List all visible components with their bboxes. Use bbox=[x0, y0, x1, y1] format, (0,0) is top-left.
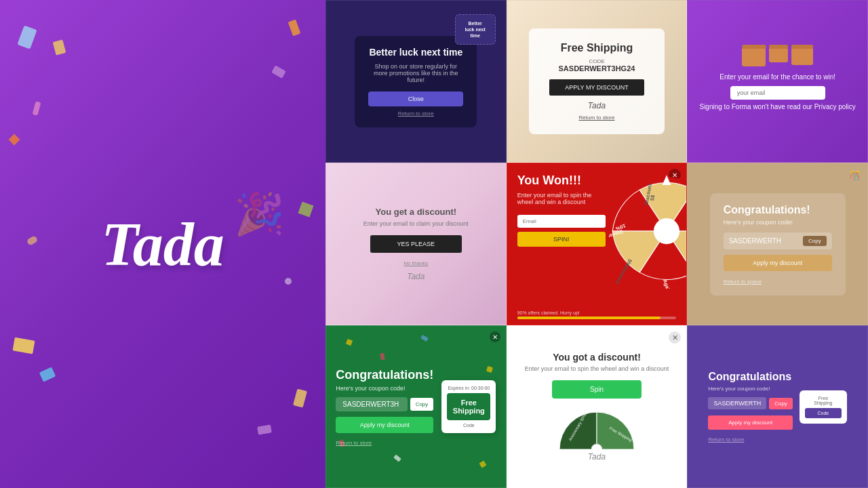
popup-inner: You get a discount! Enter your email to … bbox=[340, 207, 492, 281]
popup-card-discount-pink: You get a discount! Enter your email to … bbox=[326, 163, 507, 325]
return-link[interactable]: Return to store bbox=[708, 436, 792, 443]
return-link[interactable]: Return to store bbox=[336, 440, 433, 446]
package-icon bbox=[742, 47, 766, 66]
card6-title: Congratulations! bbox=[724, 204, 832, 216]
coupon-code: SASDERWERT3H bbox=[336, 397, 407, 411]
brand-signature: Tada bbox=[549, 101, 644, 110]
copy-button[interactable]: Copy bbox=[803, 236, 827, 246]
progress-bar bbox=[517, 317, 677, 319]
popup-card-better-luck-dark: Better luck next time Shop on our store … bbox=[326, 0, 507, 163]
close-button[interactable]: Close bbox=[368, 92, 463, 106]
coupon-type: FreeShipping bbox=[447, 393, 490, 420]
popup-inner: Congratulations! Here's your coupon code… bbox=[336, 368, 496, 446]
coupon-code-row: SASDERWERTH Copy bbox=[724, 232, 832, 249]
close-icon[interactable]: ✕ bbox=[490, 331, 500, 342]
coupon-code-row: SASDERWERTH Copy bbox=[708, 397, 792, 409]
card7-title: Congratulations! bbox=[336, 368, 433, 382]
card3-headline: Enter your email for the chance to win! bbox=[719, 73, 835, 81]
popup-card-congrats-purple: Congratulations Here's your coupon code!… bbox=[687, 325, 868, 488]
card1-body: Shop on our store regularly for more pro… bbox=[368, 63, 463, 83]
package-icon bbox=[791, 47, 813, 65]
expiry-label: Expires in: 00:30:00 bbox=[447, 386, 490, 390]
card9-subtitle: Here's your coupon code! bbox=[708, 386, 792, 392]
card5-title: You Won!!! bbox=[517, 174, 606, 188]
ticket-line1: Better bbox=[462, 20, 488, 26]
card7-text: Congratulations! Here's your coupon code… bbox=[336, 368, 433, 446]
coupon-code: SASDERWERTH bbox=[708, 397, 766, 409]
spin-wheel: Free Shipping 5$ Discount 10% Discount 5… bbox=[609, 174, 688, 289]
brand-signature: Tada bbox=[340, 272, 492, 281]
close-icon[interactable]: ✕ bbox=[669, 331, 681, 344]
card4-title: You get a discount! bbox=[340, 207, 492, 217]
popup-card-email-chance: Enter your email for the chance to win! … bbox=[687, 0, 868, 163]
progress-text: 90% offers claimed. Hurry up! bbox=[517, 310, 677, 315]
brand-logo: Tada bbox=[101, 209, 224, 279]
card8-title: You got a discount! bbox=[522, 352, 671, 363]
coupon-widget: FreeShipping Code bbox=[800, 390, 847, 424]
email-input[interactable] bbox=[517, 215, 606, 228]
apply-discount-button[interactable]: Apply my discount bbox=[708, 415, 792, 430]
brand-signature: Tada bbox=[522, 452, 671, 462]
code-label: CODE bbox=[549, 58, 644, 64]
popup-card-discount-white: ✕ You got a discount! Enter your email t… bbox=[507, 325, 688, 488]
popup-inner: Free Shipping CODE SASDERWERT3HG24 APPLY… bbox=[529, 28, 665, 134]
package-icon bbox=[769, 47, 788, 62]
popup-inner: Better luck next time Shop on our store … bbox=[355, 36, 477, 127]
code-label: Code bbox=[447, 423, 490, 428]
popup-card-congrats-green: ✕ Congratulations! Here's your coupon co… bbox=[326, 325, 507, 488]
return-link[interactable]: Return to store bbox=[549, 115, 644, 121]
ticket-line3: time bbox=[462, 33, 488, 39]
spin-button[interactable]: Spin bbox=[552, 380, 642, 399]
card4-subtitle: Enter your email to claim your discount bbox=[340, 220, 492, 227]
card9-title: Congratulations bbox=[708, 371, 792, 383]
left-branding-panel: Tada 🎉 bbox=[0, 0, 326, 488]
yes-please-button[interactable]: YES PLEASE bbox=[370, 235, 462, 253]
svg-text:Discount: Discount bbox=[614, 264, 630, 285]
mini-spin-wheel: Anniversary 50% Free Shipping bbox=[556, 409, 637, 449]
return-link[interactable]: Return to store bbox=[368, 110, 463, 117]
popup-card-congrats-tan: 🎊 Congratulations! Here's your coupon co… bbox=[687, 163, 868, 325]
coupon-type-label: FreeShipping bbox=[805, 396, 842, 405]
card7-subtitle: Here's your coupon code! bbox=[336, 385, 433, 392]
confetti-decoration: 🎊 bbox=[849, 170, 861, 181]
spin-button[interactable]: SPIN! bbox=[517, 232, 606, 247]
coupon-ticket: Better luck next time bbox=[455, 14, 496, 45]
popup-inner: Congratulations Here's your coupon code!… bbox=[708, 371, 846, 443]
copy-button[interactable]: Copy bbox=[410, 398, 434, 411]
box-icons bbox=[742, 47, 813, 66]
no-thanks-link[interactable]: No thanks bbox=[340, 260, 492, 266]
apply-discount-button[interactable]: APPLY MY DISCOUNT bbox=[549, 79, 644, 96]
ticket-line2: luck next bbox=[462, 26, 488, 33]
copy-button[interactable]: Copy bbox=[769, 398, 793, 409]
coupon-code-small: Code bbox=[805, 408, 842, 418]
coupon-widget: Expires in: 00:30:00 FreeShipping Code bbox=[441, 380, 496, 433]
popup-gallery: Better luck next time Shop on our store … bbox=[326, 0, 868, 488]
popup-card-you-won-red: ✕ You Won!!! Enter your email to spin th… bbox=[507, 163, 688, 325]
card1-title: Better luck next time bbox=[368, 47, 463, 58]
card5-subtitle: Enter your email to spin the wheel and w… bbox=[517, 192, 606, 205]
apply-discount-button[interactable]: Apply my discount bbox=[336, 417, 433, 433]
popup-card-free-shipping: Free Shipping CODE SASDERWERT3HG24 APPLY… bbox=[507, 0, 688, 163]
apply-discount-button[interactable]: Apply my discount bbox=[724, 255, 832, 271]
progress-container: 90% offers claimed. Hurry up! bbox=[517, 310, 677, 319]
card5-left-content: You Won!!! Enter your email to spin the … bbox=[517, 174, 606, 314]
card6-subtitle: Here's your coupon code! bbox=[724, 219, 832, 226]
svg-point-1 bbox=[654, 218, 679, 244]
popup-inner: You got a discount! Enter your email to … bbox=[522, 352, 671, 462]
email-input[interactable] bbox=[730, 86, 825, 100]
coupon-code: SASDERWERTH bbox=[729, 237, 800, 245]
card2-title: Free Shipping bbox=[549, 42, 644, 54]
coupon-code-row: SASDERWERT3H Copy bbox=[336, 397, 433, 411]
card9-text: Congratulations Here's your coupon code!… bbox=[708, 371, 792, 443]
popup-inner: Congratulations! Here's your coupon code… bbox=[710, 193, 846, 296]
code-value: SASDERWERT3HG24 bbox=[549, 64, 644, 73]
return-link[interactable]: Return to space bbox=[724, 279, 832, 285]
progress-fill bbox=[517, 317, 660, 319]
privacy-text: Signing to Forma won't have read our Pri… bbox=[699, 103, 855, 110]
card8-subtitle: Enter your email to spin the wheel and w… bbox=[522, 365, 671, 372]
